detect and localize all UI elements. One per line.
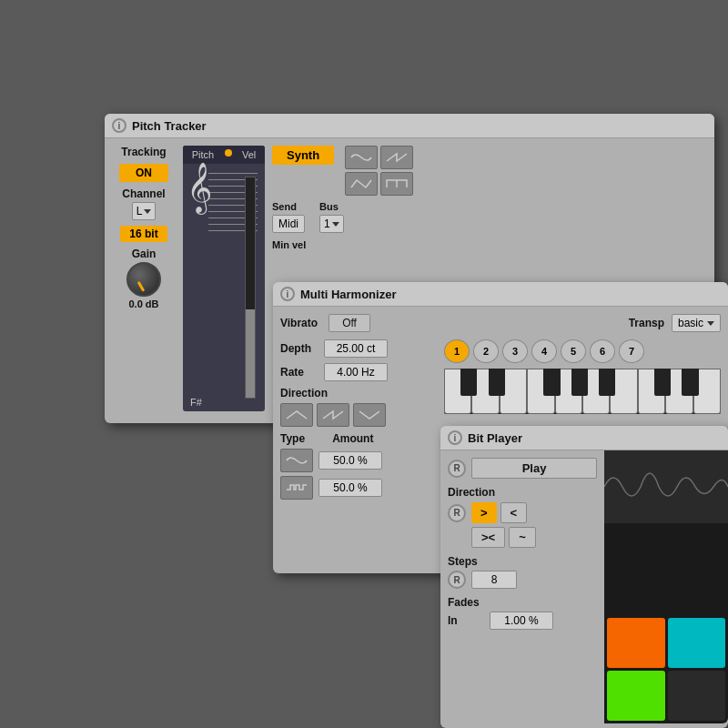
direction-saw-icon <box>321 408 345 422</box>
bit-depth-button[interactable]: 16 bit <box>120 226 167 242</box>
pad-cyan[interactable] <box>668 618 726 668</box>
waveform-display <box>604 450 728 523</box>
gain-knob[interactable] <box>126 262 161 297</box>
voice-btn-4[interactable]: 4 <box>531 339 557 363</box>
pt-tracking-section: Tracking ON Channel L 16 bit Gain 0.0 dB <box>112 146 176 411</box>
transp-section: Transp basic <box>629 314 721 332</box>
rate-row: Rate 4.00 Hz <box>280 363 426 381</box>
pitch-tracker-info-icon[interactable]: i <box>112 118 126 133</box>
multi-harmonizer-info-icon[interactable]: i <box>280 287 295 301</box>
pad-green[interactable] <box>607 671 665 721</box>
dir-backward-button[interactable]: < <box>500 502 528 523</box>
type-section: Type Amount 50.0 % <box>280 432 426 500</box>
bit-player-title: Bit Player <box>468 431 522 445</box>
bit-player-body: R Play Direction R > < >< ~ <box>440 450 728 723</box>
dir-forward-button[interactable]: > <box>471 502 497 523</box>
voice-btn-2[interactable]: 2 <box>473 339 499 363</box>
mh-direction-section: Direction <box>280 387 426 427</box>
bp-right-display <box>604 450 728 723</box>
voice-btn-6[interactable]: 6 <box>590 339 615 363</box>
voice-btn-7[interactable]: 7 <box>619 339 644 363</box>
in-label: In <box>448 614 484 627</box>
triangle-wave-button[interactable] <box>345 172 378 196</box>
square-wave-icon <box>385 177 409 191</box>
bp-direction-label: Direction <box>448 486 597 499</box>
piano-keyboard[interactable] <box>444 369 721 414</box>
rate-label: Rate <box>280 366 317 379</box>
tracking-on-button[interactable]: ON <box>119 164 168 182</box>
direction-buttons <box>280 403 426 427</box>
type-sine-btn[interactable] <box>280 449 313 472</box>
bp-dir-row2: >< ~ <box>471 527 597 548</box>
depth-row: Depth 25.00 ct <box>280 339 426 358</box>
pad-orange[interactable] <box>607 618 665 668</box>
synth-button[interactable]: Synth <box>272 146 334 165</box>
minvel-section: Min vel <box>272 238 707 251</box>
direction-down-icon <box>358 408 381 422</box>
sawtooth-wave-icon <box>385 150 409 165</box>
type-amount-header: Type Amount <box>280 432 426 445</box>
bp-direction-section: Direction R > < >< ~ <box>448 486 597 548</box>
square-wave-button[interactable] <box>380 172 413 196</box>
transp-label: Transp <box>629 317 664 329</box>
bus-dropdown-arrow <box>332 222 339 227</box>
dir-r-badge: R <box>448 504 466 522</box>
direction-down-btn[interactable] <box>353 403 386 427</box>
velocity-bar <box>245 177 256 399</box>
transp-select[interactable]: basic <box>672 314 721 332</box>
voice-buttons: 1 2 3 4 5 6 7 <box>444 339 721 363</box>
direction-up-btn[interactable] <box>280 403 313 427</box>
dir-buttons-row1: > < <box>471 502 527 523</box>
color-pads <box>604 615 728 723</box>
type-sine-icon <box>285 453 308 468</box>
black-key-7 <box>682 369 698 396</box>
dir-random-button[interactable]: ~ <box>509 527 536 548</box>
bit-player-info-icon[interactable]: i <box>448 430 462 445</box>
bp-dir-row1: R > < <box>448 502 597 523</box>
dir-pingpong-button[interactable]: >< <box>471 527 505 548</box>
sawtooth-wave-button[interactable] <box>380 146 413 169</box>
send-column: Send Midi <box>272 201 305 233</box>
score-header: Pitch Vel <box>183 146 265 164</box>
bus-value: 1 <box>324 217 330 230</box>
treble-clef-icon: 𝄞 <box>187 166 212 209</box>
bus-select[interactable]: 1 <box>319 215 344 233</box>
voice-btn-5[interactable]: 5 <box>561 339 586 363</box>
black-key-6 <box>654 369 671 396</box>
fades-value[interactable]: 1.00 % <box>490 612 553 630</box>
triangle-wave-icon <box>349 177 373 191</box>
bp-fades-section: Fades In 1.00 % <box>448 596 597 630</box>
pitch-header-label: Pitch <box>192 149 214 160</box>
voice-btn-3[interactable]: 3 <box>502 339 528 363</box>
gain-value: 0.0 dB <box>128 298 158 309</box>
vel-header-label: Vel <box>242 149 256 160</box>
channel-label: Channel <box>122 187 165 200</box>
gain-knob-section: Gain 0.0 dB <box>126 248 161 309</box>
black-key-5 <box>599 369 615 396</box>
voice-btn-1[interactable]: 1 <box>444 339 470 363</box>
midi-box[interactable]: Midi <box>272 215 305 233</box>
play-button[interactable]: Play <box>471 458 597 479</box>
type-pulse-btn[interactable] <box>280 476 313 500</box>
channel-select[interactable]: L <box>132 202 157 220</box>
sine-wave-button[interactable] <box>345 146 378 169</box>
depth-value[interactable]: 25.00 ct <box>324 339 388 358</box>
waveform-svg <box>604 450 728 523</box>
multi-harmonizer-titlebar: i Multi Harmonizer <box>273 282 728 307</box>
transp-dropdown-arrow <box>707 321 714 326</box>
steps-value[interactable]: 8 <box>471 571 517 589</box>
amount2-value[interactable]: 50.0 % <box>318 479 382 497</box>
waveform-grid <box>345 146 413 196</box>
vibrato-off-button[interactable]: Off <box>329 314 370 332</box>
pitch-tracker-titlebar: i Pitch Tracker <box>105 114 714 138</box>
direction-saw-btn[interactable] <box>317 403 349 427</box>
knob-indicator <box>137 281 146 292</box>
send-bus-section: Send Midi Bus 1 <box>272 201 707 233</box>
score-body: 𝄞 F# <box>183 164 265 411</box>
note-label: F# <box>190 397 202 408</box>
rate-value[interactable]: 4.00 Hz <box>324 363 388 381</box>
fades-label: Fades <box>448 596 597 609</box>
direction-up-icon <box>285 408 308 422</box>
amount1-value[interactable]: 50.0 % <box>318 451 382 470</box>
mh-direction-label: Direction <box>280 387 426 399</box>
